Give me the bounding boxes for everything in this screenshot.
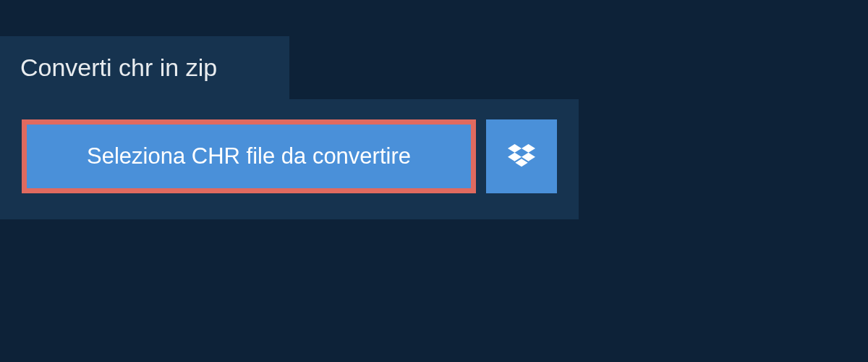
conversion-tab[interactable]: Converti chr in zip [0, 36, 289, 99]
select-file-button[interactable]: Seleziona CHR file da convertire [22, 119, 476, 193]
select-file-label: Seleziona CHR file da convertire [87, 143, 411, 169]
dropbox-button[interactable] [486, 119, 557, 193]
dropbox-icon [508, 141, 535, 172]
button-row: Seleziona CHR file da convertire [22, 119, 557, 193]
conversion-panel: Seleziona CHR file da convertire [0, 99, 579, 219]
tab-title: Converti chr in zip [20, 54, 217, 81]
